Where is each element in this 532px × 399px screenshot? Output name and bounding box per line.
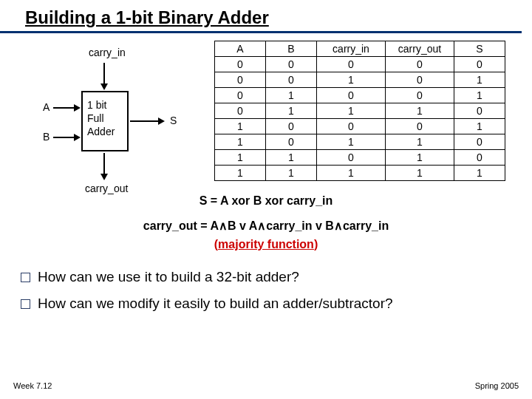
table-cell: 0 xyxy=(317,88,386,103)
paren-close: ) xyxy=(314,238,318,250)
th-s: S xyxy=(454,41,505,57)
arrow-line xyxy=(53,107,75,109)
table-cell: 0 xyxy=(266,72,317,88)
square-bullet-icon xyxy=(21,273,30,282)
table-row: 01110 xyxy=(215,103,505,119)
eq-text: carry_in v B xyxy=(266,219,334,232)
table-cell: 1 xyxy=(215,150,266,166)
arrow-head-down-icon xyxy=(100,83,108,90)
arrow-line xyxy=(103,63,105,85)
footer-left: Week 7.12 xyxy=(13,381,52,390)
wedge-icon: ∧ xyxy=(219,219,228,232)
table-cell: 0 xyxy=(386,88,454,103)
table-cell: 1 xyxy=(386,134,454,150)
table-cell: 1 xyxy=(317,72,386,88)
input-a-label: A xyxy=(43,101,50,113)
table-cell: 0 xyxy=(317,150,386,166)
table-cell: 1 xyxy=(266,150,317,166)
table-row: 01001 xyxy=(215,88,505,103)
wedge-icon: ∧ xyxy=(257,219,266,232)
arrow-line xyxy=(130,120,160,122)
table-cell: 0 xyxy=(386,119,454,134)
table-cell: 1 xyxy=(386,103,454,119)
table-cell: 0 xyxy=(215,57,266,72)
arrow-head-right-icon xyxy=(158,117,165,125)
table-cell: 1 xyxy=(386,166,454,181)
table-cell: 1 xyxy=(454,119,505,134)
table-cell: 1 xyxy=(215,134,266,150)
table-cell: 1 xyxy=(317,166,386,181)
th-b: B xyxy=(266,41,317,57)
list-item: How can we modify it easily to build an … xyxy=(21,296,525,312)
equation-carry-out: carry_out = A∧B v A∧carry_in v B∧carry_i… xyxy=(0,216,532,254)
eq-text: carry_out = A xyxy=(143,219,219,232)
question-text: How can we modify it easily to build an … xyxy=(38,296,393,312)
table-cell: 1 xyxy=(266,88,317,103)
question-text: How can we use it to build a 32-bit adde… xyxy=(38,269,299,285)
footer-right: Spring 2005 xyxy=(475,381,519,390)
arrow-head-right-icon xyxy=(74,134,81,141)
table-row: 10001 xyxy=(215,119,505,134)
wedge-icon: ∧ xyxy=(334,219,343,232)
arrow-line xyxy=(103,153,105,175)
carry-in-label: carry_in xyxy=(89,47,126,58)
table-cell: 0 xyxy=(266,134,317,150)
equation-s: S = A xor B xor carry_in xyxy=(0,191,532,211)
table-cell: 0 xyxy=(386,72,454,88)
table-cell: 1 xyxy=(215,166,266,181)
table-cell: 1 xyxy=(317,134,386,150)
slide-footer: Week 7.12 Spring 2005 xyxy=(13,381,519,390)
output-s-label: S xyxy=(170,115,177,126)
table-cell: 0 xyxy=(266,57,317,72)
table-cell: 0 xyxy=(215,103,266,119)
th-carry-out: carry_out xyxy=(386,41,454,57)
table-cell: 1 xyxy=(215,119,266,134)
square-bullet-icon xyxy=(21,299,30,309)
th-carry-in: carry_in xyxy=(317,41,386,57)
table-header-row: A B carry_in carry_out S xyxy=(215,41,505,57)
table-cell: 1 xyxy=(386,150,454,166)
carry-out-label: carry_out xyxy=(85,183,128,194)
content-row: carry_in A B 1 bit Full Adder S carry_ou… xyxy=(0,33,532,181)
table-cell: 1 xyxy=(454,88,505,103)
full-adder-box: 1 bit Full Adder xyxy=(81,91,129,151)
table-cell: 0 xyxy=(317,57,386,72)
table-cell: 1 xyxy=(454,72,505,88)
table-cell: 0 xyxy=(454,134,505,150)
input-b-label: B xyxy=(43,131,50,143)
box-line: Full xyxy=(87,112,123,125)
page-title: Building a 1-bit Binary Adder xyxy=(0,0,522,33)
list-item: How can we use it to build a 32-bit adde… xyxy=(21,269,525,285)
table-cell: 1 xyxy=(266,166,317,181)
box-line: 1 bit xyxy=(87,98,123,112)
truth-table: A B carry_in carry_out S 000000010101001… xyxy=(214,41,505,181)
arrow-head-down-icon xyxy=(100,174,108,180)
equations-block: S = A xor B xor carry_in carry_out = A∧B… xyxy=(0,191,532,254)
table-cell: 0 xyxy=(215,88,266,103)
box-line: Adder xyxy=(87,125,123,138)
table-cell: 0 xyxy=(317,119,386,134)
table-row: 00101 xyxy=(215,72,505,88)
th-a: A xyxy=(215,41,266,57)
table-cell: 1 xyxy=(266,103,317,119)
table-row: 00000 xyxy=(215,57,505,72)
table-cell: 0 xyxy=(454,150,505,166)
table-cell: 0 xyxy=(266,119,317,134)
table-cell: 0 xyxy=(454,57,505,72)
table-cell: 0 xyxy=(386,57,454,72)
table-row: 10110 xyxy=(215,134,505,150)
table-cell: 1 xyxy=(317,103,386,119)
arrow-line xyxy=(53,137,75,138)
eq-text: carry_in xyxy=(343,219,389,232)
table-cell: 1 xyxy=(454,166,505,181)
table-cell: 0 xyxy=(454,103,505,119)
table-cell: 0 xyxy=(215,72,266,88)
eq-text: B v A xyxy=(228,219,257,232)
question-list: How can we use it to build a 32-bit adde… xyxy=(21,269,525,312)
table-row: 11010 xyxy=(215,150,505,166)
majority-function-label: majority function xyxy=(218,238,314,250)
arrow-head-right-icon xyxy=(74,104,81,112)
adder-diagram: carry_in A B 1 bit Full Adder S carry_ou… xyxy=(22,41,200,181)
table-row: 11111 xyxy=(215,166,505,181)
